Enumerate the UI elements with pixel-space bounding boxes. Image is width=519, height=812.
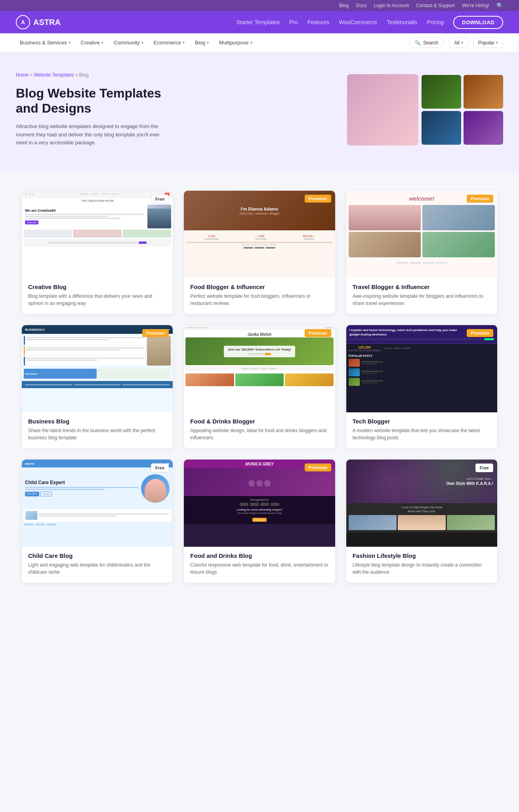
sub-nav-categories: Business & Services▾ Creative▾ Community… xyxy=(16,37,256,48)
badge-free: Free xyxy=(475,463,493,472)
template-card-tech[interactable]: Premium I explain and teach technology, … xyxy=(346,325,497,448)
hero-grid-img-2 xyxy=(464,75,503,109)
search-icon[interactable]: 🔍 xyxy=(496,2,503,9)
card-preview-food-drinks: Premium Janka Welsh Join our 100,000+ Su… xyxy=(184,325,335,412)
template-card-food-blogger[interactable]: Premium I'm Dianna Adams Food Critic / I… xyxy=(184,191,335,314)
subnav-blog[interactable]: Blog▾ xyxy=(191,37,213,48)
card-info-creative: Creative Blog Blog template with a diffe… xyxy=(22,278,173,314)
mock-creative: ✕ THE CREATIVE80 ROOM We are Creative80 … xyxy=(22,191,173,278)
card-desc: Light and engaging web template for chil… xyxy=(28,561,166,576)
card-info-child: Child Care Blog Light and engaging web t… xyxy=(22,547,173,583)
top-link-blog[interactable]: Blog xyxy=(339,3,349,8)
card-desc: Share the latest trends in the business … xyxy=(28,427,166,441)
template-card-food-drinks-blog[interactable]: Premium MONICA GREY xyxy=(184,460,335,583)
badge-premium: Premium xyxy=(467,329,493,337)
card-desc: Appealing website design, ideal for food… xyxy=(190,427,328,441)
badge-premium: Premium xyxy=(142,329,169,337)
card-desc: Colorful responsive web template for foo… xyxy=(190,561,328,576)
nav-pricing[interactable]: Pricing xyxy=(427,19,444,25)
card-title: Travel Blogger & Influencer xyxy=(353,283,491,290)
template-card-food-drinks[interactable]: Premium Janka Welsh Join our 100,000+ Su… xyxy=(184,325,335,448)
template-card-creative-blog[interactable]: Free ✕ THE CREATIVE80 ROOM We are Creati… xyxy=(22,191,173,314)
card-title: Food & Drinks Blogger xyxy=(190,418,328,425)
hero-text: Home » Website Templates » Blog Blog Web… xyxy=(16,72,166,147)
top-link-docs[interactable]: Docs xyxy=(356,3,366,8)
chevron-icon: ▾ xyxy=(250,40,252,45)
card-info-business: Business Blog Share the latest trends in… xyxy=(22,412,173,448)
card-desc: Awe-inspiring website template for blogg… xyxy=(353,293,491,307)
chevron-icon: ▾ xyxy=(69,40,71,45)
subnav-creative[interactable]: Creative▾ xyxy=(77,37,107,48)
download-button[interactable]: DOWNLOAD xyxy=(453,16,503,29)
sub-nav-filters: 🔍 Search All▾ Popular▾ xyxy=(409,38,503,48)
chevron-icon: ▾ xyxy=(207,40,209,45)
sub-nav: Business & Services▾ Creative▾ Community… xyxy=(0,33,519,52)
card-desc: Lifestyle blog template design to instan… xyxy=(353,561,491,576)
badge-premium: Premium xyxy=(467,195,493,203)
nav-links: Starter Templates Pro Features WooCommer… xyxy=(237,16,503,29)
template-card-child-care[interactable]: Free baorah Child Care Expert xyxy=(22,460,173,583)
breadcrumb-current: Blog xyxy=(79,72,89,78)
mock-dianna: I'm Dianna Adams xyxy=(241,207,279,211)
card-info-travel: Travel Blogger & Influencer Awe-inspirin… xyxy=(346,278,497,314)
card-preview-creative: Free ✕ THE CREATIVE80 ROOM We are Creati… xyxy=(22,191,173,278)
logo-circle: A xyxy=(16,15,30,29)
breadcrumb-templates[interactable]: Website Templates xyxy=(34,72,74,78)
card-desc: A modern website template that lets you … xyxy=(353,427,491,441)
template-card-travel[interactable]: Premium welcome! xyxy=(346,191,497,314)
filter-all[interactable]: All▾ xyxy=(449,38,468,48)
mock-monica: MONICA GREY xyxy=(245,462,273,466)
logo[interactable]: A ASTRA xyxy=(16,15,61,29)
card-preview-travel: Premium welcome! xyxy=(346,191,497,278)
chevron-icon: ▾ xyxy=(183,40,185,45)
card-preview-tech: Premium I explain and teach technology, … xyxy=(346,325,497,412)
search-label: Search xyxy=(423,40,438,46)
breadcrumb-home[interactable]: Home xyxy=(16,72,29,78)
card-title: Tech Blogger xyxy=(353,418,491,425)
hero-image-grid xyxy=(422,75,503,145)
subnav-community[interactable]: Community▾ xyxy=(110,37,147,48)
hero-main-image xyxy=(347,74,418,146)
top-link-login[interactable]: Login to Account xyxy=(374,3,409,8)
card-preview-child: Free baorah Child Care Expert xyxy=(22,460,173,547)
chevron-icon: ▾ xyxy=(496,40,498,45)
hero-section: Home » Website Templates » Blog Blog Web… xyxy=(0,52,519,171)
hero-grid-img-4 xyxy=(464,111,503,145)
template-card-business[interactable]: Premium BUSINESSLY xyxy=(22,325,173,448)
card-preview-business: Premium BUSINESSLY xyxy=(22,325,173,412)
nav-testimonials[interactable]: Testimonials xyxy=(387,19,417,25)
nav-pro[interactable]: Pro xyxy=(289,19,298,25)
mock-recognized: Recognized by xyxy=(186,498,332,501)
badge-premium: Premium xyxy=(305,463,331,471)
card-title: Food and Drinks Blog xyxy=(190,552,328,559)
subnav-ecommerce[interactable]: Ecommerce▾ xyxy=(150,37,189,48)
subnav-multipurpose[interactable]: Multipurpose▾ xyxy=(215,37,256,48)
template-card-fashion[interactable]: Free Let's Create Your... Own Style With… xyxy=(346,460,497,583)
template-grid: Free ✕ THE CREATIVE80 ROOM We are Creati… xyxy=(22,191,497,583)
card-info-tech: Tech Blogger A modern website template t… xyxy=(346,412,497,448)
filter-popular[interactable]: Popular▾ xyxy=(473,38,503,48)
badge-premium: Premium xyxy=(305,329,331,337)
chevron-icon: ▾ xyxy=(101,40,103,45)
hero-images xyxy=(347,74,503,146)
subnav-business[interactable]: Business & Services▾ xyxy=(16,37,74,48)
hero-description: Attractive blog website templates design… xyxy=(16,123,166,147)
mock-btn: Subscribe xyxy=(25,220,38,224)
template-content: Free ✕ THE CREATIVE80 ROOM We are Creati… xyxy=(6,171,513,599)
nav-woocommerce[interactable]: WooCommerce xyxy=(339,19,377,25)
top-link-hiring[interactable]: We're Hiring! xyxy=(462,3,489,8)
card-title: Child Care Blog xyxy=(28,552,166,559)
card-title: Food Blogger & Influencer xyxy=(190,283,328,290)
card-title: Business Blog xyxy=(28,418,166,425)
top-bar: Blog Docs Login to Account Contact & Sup… xyxy=(0,0,519,11)
card-preview-fashion: Free Let's Create Your... Own Style With… xyxy=(346,460,497,547)
card-preview-food: Premium I'm Dianna Adams Food Critic / I… xyxy=(184,191,335,278)
top-link-contact[interactable]: Contact & Support xyxy=(416,3,455,8)
mock-stock-market: Stock Market xyxy=(25,373,37,375)
nav-features[interactable]: Features xyxy=(307,19,329,25)
breadcrumb-sep2: » xyxy=(75,72,79,78)
badge-free: Free xyxy=(151,463,169,472)
hero-grid-img-1 xyxy=(422,75,461,109)
nav-starter-templates[interactable]: Starter Templates xyxy=(237,19,280,25)
search-bar[interactable]: 🔍 Search xyxy=(409,38,444,48)
